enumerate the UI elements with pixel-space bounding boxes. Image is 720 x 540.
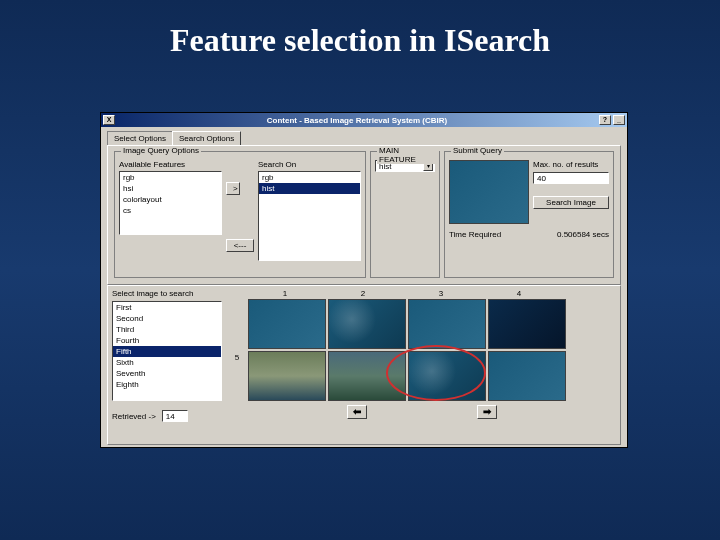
result-thumb[interactable] xyxy=(248,299,326,349)
minimize-icon[interactable]: _ xyxy=(613,115,625,125)
results-grid: 5 xyxy=(228,299,616,401)
result-thumb[interactable] xyxy=(488,351,566,401)
legend-submit-query: Submit Query xyxy=(451,146,504,155)
list-item[interactable]: First xyxy=(113,302,221,313)
result-thumb[interactable] xyxy=(488,299,566,349)
list-item[interactable]: Fourth xyxy=(113,335,221,346)
list-item[interactable]: Seventh xyxy=(113,368,221,379)
cbir-window: X Content - Based Image Retrieval System… xyxy=(100,112,628,448)
value-time-required: 0.506584 secs xyxy=(557,230,609,239)
list-item[interactable]: rgb xyxy=(120,172,221,183)
list-item[interactable]: colorlayout xyxy=(120,194,221,205)
group-submit-query: Submit Query Max. no. of results 40 Sear… xyxy=(444,151,614,278)
result-thumb[interactable] xyxy=(248,351,326,401)
list-item[interactable]: cs xyxy=(120,205,221,216)
prev-page-button[interactable]: ⬅ xyxy=(347,405,367,419)
lower-panel: Select image to search First Second Thir… xyxy=(107,285,621,445)
list-item[interactable]: Eighth xyxy=(113,379,221,390)
results-area: 1 2 3 4 5 ⬅ ➡ xyxy=(228,289,616,440)
group-image-query-options: Image Query Options Available Features r… xyxy=(114,151,366,278)
label-max-results: Max. no. of results xyxy=(533,160,609,169)
label-search-on: Search On xyxy=(258,160,361,169)
input-max-results[interactable]: 40 xyxy=(533,172,609,184)
listbox-search-on[interactable]: rgb hist xyxy=(258,171,361,261)
titlebar: X Content - Based Image Retrieval System… xyxy=(101,113,627,127)
query-image-thumb xyxy=(449,160,529,224)
slide-title: Feature selection in ISearch xyxy=(0,0,720,69)
value-retrieved: 14 xyxy=(162,410,188,422)
col-label: 4 xyxy=(480,289,558,298)
legend-main-feature: MAIN FEATURE xyxy=(377,146,439,164)
list-item[interactable]: hist xyxy=(259,183,360,194)
label-select-image: Select image to search xyxy=(112,289,222,298)
result-thumb[interactable] xyxy=(408,299,486,349)
col-label: 3 xyxy=(402,289,480,298)
list-item[interactable]: Second xyxy=(113,313,221,324)
col-label: 1 xyxy=(246,289,324,298)
legend-query-options: Image Query Options xyxy=(121,146,201,155)
list-item[interactable]: Fifth xyxy=(113,346,221,357)
listbox-select-image[interactable]: First Second Third Fourth Fifth Sixth Se… xyxy=(112,301,222,401)
tab-search-options[interactable]: Search Options xyxy=(172,131,241,145)
col-label: 2 xyxy=(324,289,402,298)
upper-panel: Image Query Options Available Features r… xyxy=(107,145,621,285)
move-left-button[interactable]: <--- xyxy=(226,239,254,252)
window-title: Content - Based Image Retrieval System (… xyxy=(115,116,599,125)
help-icon[interactable]: ? xyxy=(599,115,611,125)
label-available-features: Available Features xyxy=(119,160,222,169)
next-page-button[interactable]: ➡ xyxy=(477,405,497,419)
row-label xyxy=(228,299,246,349)
result-thumb[interactable] xyxy=(408,351,486,401)
move-right-button[interactable]: > xyxy=(226,182,240,195)
list-item[interactable]: Third xyxy=(113,324,221,335)
search-image-button[interactable]: Search Image xyxy=(533,196,609,209)
listbox-available-features[interactable]: rgb hsi colorlayout cs xyxy=(119,171,222,235)
group-main-feature: MAIN FEATURE hist ▾ xyxy=(370,151,440,278)
tab-row: Select Options Search Options xyxy=(101,127,627,145)
label-time-required: Time Required xyxy=(449,230,501,239)
label-retrieved: Retrieved -> xyxy=(112,412,156,421)
result-thumb[interactable] xyxy=(328,299,406,349)
list-item[interactable]: Sixth xyxy=(113,357,221,368)
result-thumb[interactable] xyxy=(328,351,406,401)
list-item[interactable]: rgb xyxy=(259,172,360,183)
close-icon[interactable]: X xyxy=(103,115,115,125)
list-item[interactable]: hsi xyxy=(120,183,221,194)
tab-select-options[interactable]: Select Options xyxy=(107,131,173,145)
row-label: 5 xyxy=(228,351,246,401)
